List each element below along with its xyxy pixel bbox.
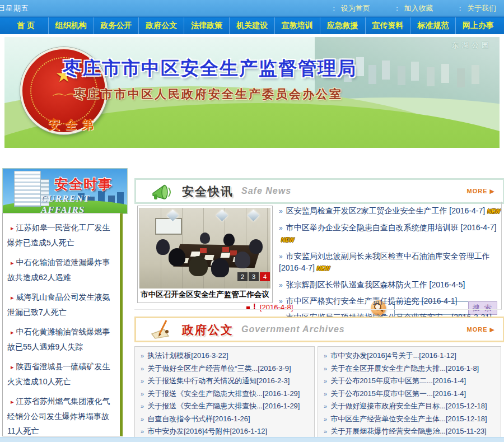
chevron-bullet-icon: » bbox=[279, 253, 283, 260]
add-favorite-label: 加入收藏 bbox=[404, 4, 433, 12]
doc-row[interactable]: »关于报送《安全生产隐患大排查快...[2016-1-29] bbox=[141, 400, 309, 413]
list-item-text: 江苏省苏州燃气集团液化气经销分公司发生爆炸坍塌事故11人死亡 bbox=[7, 397, 110, 435]
nav-item-training[interactable]: 宣教培训 bbox=[275, 17, 320, 34]
doc-row[interactable]: »关于公布2015年度市中区第二...[2016-1-4] bbox=[324, 375, 495, 388]
chevron-bullet-icon: » bbox=[324, 365, 327, 372]
more-link[interactable]: MORE ▶ bbox=[466, 188, 495, 195]
colon-separator: ： bbox=[456, 4, 464, 12]
triangle-bullet-icon: ▸ bbox=[11, 364, 14, 370]
doc-row[interactable]: »关于做好全区生产经营单位“三类...[2016-3-9] bbox=[141, 362, 309, 375]
nav-item-publicity[interactable]: 宣传资料 bbox=[366, 17, 411, 34]
weekday-label: 日星期五 bbox=[0, 3, 29, 13]
more-arrow-icon: ▶ bbox=[490, 188, 495, 194]
doc-title: 市中安办发[2016]4号关于...[2016-1-12] bbox=[330, 351, 456, 360]
list-item[interactable]: ▸中石化输油管道泄漏爆炸事故共造成62人遇难 bbox=[7, 255, 115, 285]
add-favorite-link[interactable]: ：加入收藏 bbox=[393, 4, 433, 12]
list-item[interactable]: ▸陕西省澄城县一硫磺矿发生火灾造成10人死亡 bbox=[7, 359, 115, 389]
list-item-text: 中石化输油管道泄漏爆炸事故共造成62人遇难 bbox=[7, 258, 110, 282]
list-item[interactable]: ▸威海乳山食品公司发生液氨泄漏已致7人死亡 bbox=[7, 290, 115, 319]
list-item[interactable]: ▸江苏如皋一民营化工厂发生爆炸已造成5人死亡 bbox=[7, 220, 115, 250]
chevron-bullet-icon: » bbox=[324, 378, 327, 384]
sidebar-subtitle: CURRENT AFFAIRS bbox=[41, 193, 127, 214]
bottom-strip bbox=[0, 437, 504, 442]
doc-row[interactable]: »执法计划模板[2016-3-22] bbox=[141, 350, 309, 362]
chevron-bullet-icon: » bbox=[324, 428, 327, 435]
triangle-bullet-icon: ▸ bbox=[11, 225, 14, 231]
pagination-item[interactable]: 3 bbox=[249, 272, 259, 281]
doc-row[interactable]: »关于在全区开展安全生产隐患大排...[2016-1-8] bbox=[324, 362, 495, 375]
doc-title: 关于在全区开展安全生产隐患大排...[2016-1-8] bbox=[330, 364, 479, 373]
news-title: 市中区举办企业安全隐患自查自改系统使用培训班 [2016-4-7] bbox=[286, 223, 497, 232]
nav-item-standards[interactable]: 标准规范 bbox=[410, 17, 456, 34]
list-item-text: 江苏如皋一民营化工厂发生爆炸已造成5人死亡 bbox=[7, 223, 110, 247]
person-figure bbox=[156, 239, 170, 255]
person-figure bbox=[211, 258, 229, 277]
chevron-bullet-icon: » bbox=[324, 390, 327, 397]
list-item[interactable]: ▸中石化黄潍输油管线爆燃事故已55人遇难9人失踪 bbox=[7, 324, 115, 354]
nav-item-agency-building[interactable]: 机关建设 bbox=[230, 17, 275, 34]
doc-title: 关于报送集中行动有关情况的通知[2016-2-3] bbox=[147, 376, 290, 385]
pagination-item-active[interactable]: 4 bbox=[260, 272, 270, 281]
section-title: 政府公文 bbox=[182, 322, 234, 338]
list-item[interactable]: ▸江苏省苏州燃气集团液化气经销分公司发生爆炸坍塌事故11人死亡 bbox=[7, 394, 115, 438]
building-icon bbox=[14, 171, 41, 207]
colon-separator: ： bbox=[393, 4, 400, 12]
section-subtitle-en: Safe News bbox=[241, 186, 291, 196]
site-title: 枣庄市市中区安全生产监督管理局 bbox=[63, 56, 357, 81]
chevron-bullet-icon: » bbox=[141, 390, 144, 397]
doc-row[interactable]: »关于做好迎接市政府安全生产目标...[2015-12-18] bbox=[324, 400, 495, 413]
chevron-bullet-icon: » bbox=[324, 403, 327, 410]
main-nav: 首 页 组织机构 政务公开 政府公文 法律政策 机关建设 宣教培训 应急救援 宣… bbox=[0, 17, 504, 34]
triangle-bullet-icon: ▸ bbox=[11, 398, 14, 405]
page: 日星期五 ：设为首页 ：加入收藏 ：关于我们 首 页 组织机构 政务公开 政府公… bbox=[0, 0, 504, 442]
nav-list: 首 页 组织机构 政务公开 政府公文 法律政策 机关建设 宣教培训 应急救援 宣… bbox=[0, 17, 504, 34]
doc-row[interactable]: »关于报送《安全生产隐患大排查快...[2016-1-29] bbox=[141, 388, 309, 401]
nav-item-emergency[interactable]: 应急救援 bbox=[320, 17, 366, 34]
chevron-bullet-icon: » bbox=[141, 352, 144, 359]
news-row[interactable]: »市中区严格实行安全生产责任提前追究 [2016-4-1] bbox=[279, 293, 501, 309]
nav-item-home[interactable]: 首 页 bbox=[3, 17, 49, 34]
doc-row[interactable]: »关于报送集中行动有关情况的通知[2016-2-3] bbox=[141, 375, 309, 388]
doc-row[interactable]: »关于开展烟花爆竹经营安全隐患治...[2015-11-23] bbox=[324, 425, 495, 438]
nav-item-organization[interactable]: 组织机构 bbox=[49, 17, 94, 34]
triangle-bullet-icon: ▸ bbox=[11, 294, 14, 301]
news-title: 市安监局刘忠波副局长来我区检查中石油油库安全管理工作 [2016-4-7] bbox=[279, 252, 490, 272]
person-figure bbox=[200, 232, 210, 244]
nav-item-online-service[interactable]: 网上办事 bbox=[456, 17, 501, 34]
doc-row[interactable]: »市中安办发[2016]4号关于...[2016-1-12] bbox=[324, 350, 495, 362]
pagination-item[interactable]: 2 bbox=[237, 272, 248, 281]
list-item-text: 中石化黄潍输油管线爆燃事故已55人遇难9人失踪 bbox=[7, 327, 110, 351]
nav-item-gov-documents[interactable]: 政府公文 bbox=[139, 17, 184, 34]
news-row[interactable]: »市中区举办企业安全隐患自查自改系统使用培训班 [2016-4-7]NEW bbox=[279, 220, 501, 248]
set-homepage-link[interactable]: ：设为首页 bbox=[330, 4, 370, 12]
nav-item-laws[interactable]: 法律政策 bbox=[184, 17, 230, 34]
news-photo[interactable]: 2 3 4 市中区召开全区安全生产监管工作会议 bbox=[137, 206, 273, 303]
news-row[interactable]: »区安监局检查开发区2家工贸企业安全生产工作 [2016-4-7]NEW bbox=[279, 203, 501, 220]
doc-title: 关于公布2015年度市中区第二...[2016-1-4] bbox=[330, 376, 466, 385]
more-link[interactable]: MORE ▶ bbox=[466, 326, 495, 333]
about-us-link[interactable]: ：关于我们 bbox=[456, 4, 496, 12]
site-subtitle: 枣庄市市中区人民政府安全生产委员会办公室 bbox=[74, 86, 343, 102]
pen-paper-icon bbox=[150, 319, 174, 339]
triangle-bullet-icon: ▸ bbox=[11, 259, 14, 266]
chevron-bullet-icon: » bbox=[324, 352, 327, 359]
chevron-bullet-icon: » bbox=[141, 378, 144, 384]
chevron-bullet-icon: » bbox=[279, 207, 283, 215]
doc-row[interactable]: »关于公布2015年度市中区第一...[2016-1-4] bbox=[324, 388, 495, 401]
doc-title: 关于报送《安全生产隐患大排查快...[2016-1-29] bbox=[147, 402, 300, 410]
news-row[interactable]: »张宗辉副区长带队巡查我区森林防火工作 [2016-4-5] bbox=[279, 277, 501, 293]
news-title: 张宗辉副区长带队巡查我区森林防火工作 [2016-4-5] bbox=[286, 280, 465, 289]
nav-item-gov-affairs[interactable]: 政务公开 bbox=[94, 17, 139, 34]
doc-title: 执法计划模板[2016-3-22] bbox=[147, 351, 228, 360]
sidebar-title: 安全时事 bbox=[54, 175, 113, 193]
doc-row[interactable]: »市中区生产经营单位安全生产主体...[2015-12-18] bbox=[324, 413, 495, 426]
chevron-bullet-icon: » bbox=[324, 416, 327, 422]
chevron-bullet-icon: » bbox=[279, 297, 283, 305]
site-banner: ★ ⌒⌒ 枣庄市市中区安全生产监督管理局 枣庄市市中区人民政府安全生产委员会办公… bbox=[4, 37, 500, 148]
person-figure bbox=[189, 256, 208, 276]
doc-row[interactable]: »自查自改指令书式样[2016-1-26] bbox=[141, 413, 309, 426]
doc-row[interactable]: »市中安办发[2016]4号附件[2016-1-12] bbox=[141, 425, 309, 438]
news-row[interactable]: »市安监局刘忠波副局长来我区检查中石油油库安全管理工作 [2016-4-7]NE… bbox=[279, 248, 501, 277]
safety-marquee-text: 安全第 bbox=[48, 117, 99, 133]
gov-docs-left-column: »执法计划模板[2016-3-22] »关于做好全区生产经营单位“三类...[2… bbox=[134, 346, 315, 438]
